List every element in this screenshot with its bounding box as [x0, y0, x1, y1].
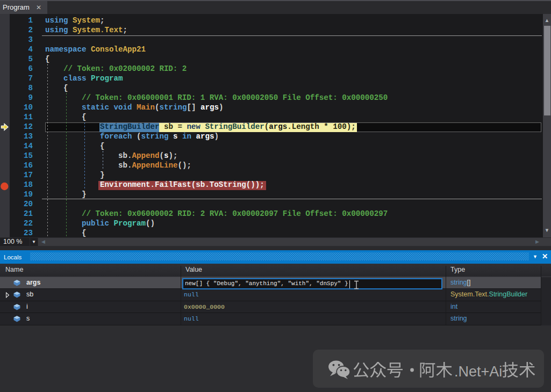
- svg-text:.Net+Ai: .Net+Ai: [454, 364, 502, 380]
